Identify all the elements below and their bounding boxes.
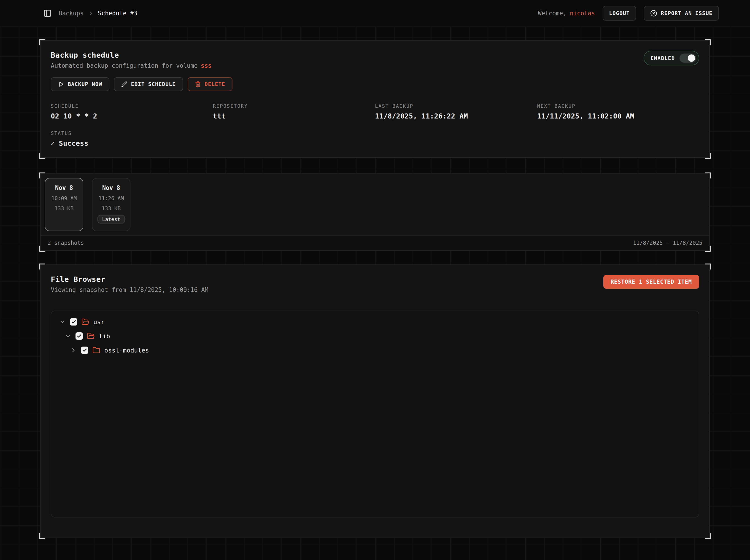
corner-bracket — [705, 263, 711, 269]
report-issue-label: REPORT AN ISSUE — [661, 10, 712, 16]
chevron-right-icon — [88, 10, 94, 16]
corner-bracket — [39, 39, 45, 45]
panel-left-icon — [43, 9, 52, 17]
chevron-icon[interactable] — [64, 333, 72, 339]
field-value: 11/11/2025, 11:02:00 AM — [537, 112, 699, 120]
main-content: Backup schedule Automated backup configu… — [0, 27, 750, 538]
play-icon — [58, 81, 64, 87]
chevron-icon[interactable] — [70, 347, 77, 354]
volume-name: sss — [201, 62, 212, 69]
corner-bracket — [39, 153, 45, 159]
field-label: NEXT BACKUP — [537, 103, 699, 109]
report-issue-button[interactable]: REPORT AN ISSUE — [644, 6, 719, 21]
corner-bracket — [705, 153, 711, 159]
snapshot-time: 10:09 AM — [52, 195, 77, 201]
field-last-backup: LAST BACKUP 11/8/2025, 11:26:22 AM — [375, 103, 537, 120]
file-tree: usr lib ossl-modules — [51, 311, 699, 517]
backup-schedule-panel: Backup schedule Automated backup configu… — [40, 40, 710, 158]
checkbox[interactable] — [70, 318, 77, 325]
corner-bracket — [39, 533, 45, 539]
breadcrumb-backups[interactable]: Backups — [59, 10, 84, 17]
breadcrumb: Backups Schedule #3 — [59, 10, 137, 17]
field-value: 02 10 * * 2 — [51, 112, 213, 120]
corner-bracket — [705, 246, 711, 252]
field-value: 11/8/2025, 11:26:22 AM — [375, 112, 537, 120]
checkbox[interactable] — [76, 333, 83, 340]
trash-icon — [195, 81, 201, 87]
latest-badge: Latest — [97, 215, 125, 223]
sidebar-toggle-button[interactable] — [43, 9, 52, 17]
enabled-label: ENABLED — [650, 55, 675, 61]
toggle-switch[interactable] — [679, 54, 696, 63]
username: nicolas — [570, 10, 595, 17]
folder-closed-icon — [93, 346, 100, 354]
snapshot-size: 133 KB — [55, 205, 74, 212]
snapshots-panel: Nov 8 10:09 AM 133 KB Nov 8 11:26 AM 133… — [40, 174, 710, 251]
check-icon: ✓ — [51, 140, 55, 147]
backup-now-button[interactable]: BACKUP NOW — [51, 77, 110, 91]
tree-item-label[interactable]: usr — [93, 318, 104, 325]
corner-bracket — [705, 173, 711, 178]
pencil-icon — [121, 81, 127, 87]
file-browser-panel: File Browser Viewing snapshot from 11/8/… — [40, 264, 710, 538]
schedule-fields: SCHEDULE 02 10 * * 2 REPOSITORY ttt LAST… — [51, 103, 699, 120]
corner-bracket — [705, 533, 711, 539]
report-issue-icon — [650, 10, 657, 17]
file-browser-subtitle: Viewing snapshot from 11/8/2025, 10:09:1… — [51, 286, 209, 293]
file-browser-title: File Browser — [51, 275, 209, 284]
corner-bracket — [39, 173, 45, 178]
snapshot-list: Nov 8 10:09 AM 133 KB Nov 8 11:26 AM 133… — [41, 174, 709, 235]
schedule-panel-title: Backup schedule — [51, 51, 699, 59]
snapshot-date: Nov 8 — [102, 184, 120, 191]
folder-open-icon — [87, 332, 95, 340]
tree-row: lib — [51, 329, 699, 343]
field-schedule: SCHEDULE 02 10 * * 2 — [51, 103, 213, 120]
snapshot-size: 133 KB — [102, 205, 121, 212]
snapshot-count: 2 snapshots — [47, 240, 84, 246]
field-value: ttt — [213, 112, 375, 120]
snapshot-card[interactable]: Nov 8 10:09 AM 133 KB — [45, 178, 83, 231]
edit-schedule-button[interactable]: EDIT SCHEDULE — [114, 77, 183, 91]
welcome-prefix: Welcome, — [538, 10, 567, 17]
snapshot-range: 11/8/2025 – 11/8/2025 — [633, 240, 703, 246]
topbar: Backups Schedule #3 Welcome,nicolas LOGO… — [0, 0, 750, 27]
field-repository: REPOSITORY ttt — [213, 103, 375, 120]
subtitle-prefix: Automated backup configuration for volum… — [51, 62, 198, 69]
field-label: STATUS — [51, 131, 699, 136]
welcome-text: Welcome,nicolas — [538, 10, 595, 17]
corner-bracket — [39, 263, 45, 269]
enabled-toggle[interactable]: ENABLED — [644, 51, 699, 65]
delete-label: DELETE — [204, 81, 225, 87]
field-label: LAST BACKUP — [375, 103, 537, 109]
tree-row: ossl-modules — [51, 343, 699, 357]
file-browser-header: File Browser Viewing snapshot from 11/8/… — [51, 275, 699, 293]
topbar-right: Welcome,nicolas LOGOUT REPORT AN ISSUE — [538, 6, 719, 21]
snapshot-footer: 2 snapshots 11/8/2025 – 11/8/2025 — [41, 235, 709, 250]
tree-item-label[interactable]: lib — [99, 333, 110, 340]
restore-button[interactable]: RESTORE 1 SELECTED ITEM — [603, 275, 699, 289]
snapshot-date: Nov 8 — [55, 184, 73, 191]
corner-bracket — [39, 246, 45, 252]
logout-button[interactable]: LOGOUT — [603, 6, 636, 21]
breadcrumb-current: Schedule #3 — [98, 10, 137, 17]
field-label: REPOSITORY — [213, 103, 375, 109]
snapshot-card[interactable]: Nov 8 11:26 AM 133 KB Latest — [92, 178, 131, 231]
status-value: ✓ Success — [51, 139, 699, 147]
snapshot-time: 11:26 AM — [99, 195, 124, 201]
corner-bracket — [705, 39, 711, 45]
topbar-left: Backups Schedule #3 — [43, 9, 137, 17]
checkbox[interactable] — [81, 346, 88, 354]
app-root: Backups Schedule #3 Welcome,nicolas LOGO… — [0, 0, 750, 560]
field-label: SCHEDULE — [51, 103, 213, 109]
field-status: STATUS ✓ Success — [51, 131, 699, 147]
delete-button[interactable]: DELETE — [188, 77, 233, 91]
folder-open-icon — [81, 318, 89, 326]
backup-now-label: BACKUP NOW — [68, 81, 102, 87]
field-next-backup: NEXT BACKUP 11/11/2025, 11:02:00 AM — [537, 103, 699, 120]
edit-schedule-label: EDIT SCHEDULE — [131, 81, 176, 87]
schedule-panel-subtitle: Automated backup configuration for volum… — [51, 62, 699, 69]
status-text: Success — [59, 139, 88, 147]
chevron-icon[interactable] — [59, 318, 66, 325]
tree-item-label[interactable]: ossl-modules — [104, 347, 149, 354]
toggle-knob — [688, 55, 695, 62]
